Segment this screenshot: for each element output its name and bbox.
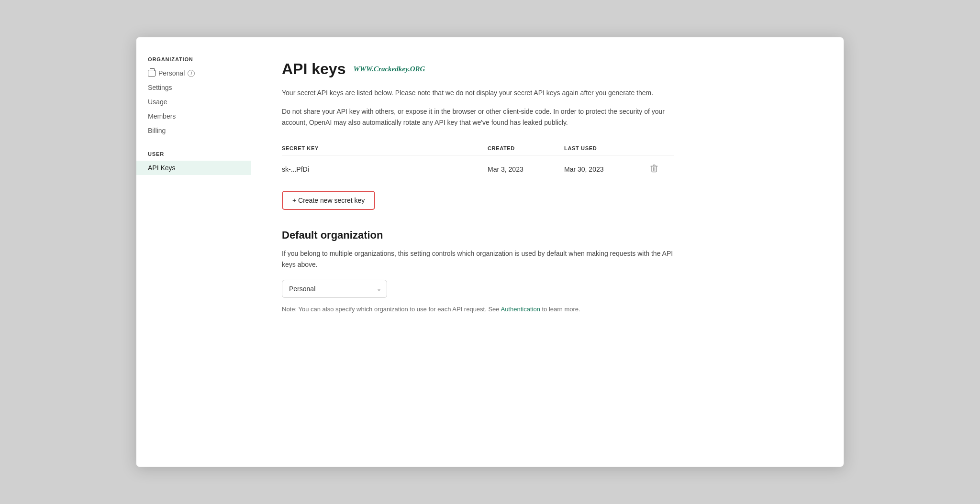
description-1: Your secret API keys are listed below. P… bbox=[282, 88, 674, 99]
user-section-label: USER bbox=[136, 151, 251, 161]
briefcase-icon bbox=[148, 70, 156, 77]
usage-label: Usage bbox=[148, 98, 167, 106]
sidebar-item-usage[interactable]: Usage bbox=[136, 95, 251, 109]
delete-icon[interactable] bbox=[650, 164, 658, 173]
main-content: API keys WWW.Crackedkey.ORG Your secret … bbox=[251, 37, 844, 467]
key-last-used: Mar 30, 2023 bbox=[564, 165, 650, 173]
sidebar-item-members[interactable]: Members bbox=[136, 109, 251, 123]
page-title-row: API keys WWW.Crackedkey.ORG bbox=[282, 60, 813, 78]
info-icon[interactable]: i bbox=[188, 70, 195, 77]
col-actions bbox=[650, 145, 674, 151]
table-header: SECRET KEY CREATED LAST USED bbox=[282, 142, 674, 155]
watermark-link[interactable]: WWW.Crackedkey.ORG bbox=[353, 65, 425, 73]
note-prefix: Note: You can also specify which organiz… bbox=[282, 306, 501, 313]
members-label: Members bbox=[148, 112, 176, 120]
billing-label: Billing bbox=[148, 127, 166, 134]
key-created: Mar 3, 2023 bbox=[488, 165, 564, 173]
col-created: CREATED bbox=[488, 145, 564, 151]
note-suffix: to learn more. bbox=[540, 306, 580, 313]
api-keys-table: SECRET KEY CREATED LAST USED sk-...PfDi … bbox=[282, 142, 674, 181]
note-text: Note: You can also specify which organiz… bbox=[282, 306, 674, 313]
sidebar-item-personal[interactable]: Personal i bbox=[136, 66, 251, 80]
default-org-desc: If you belong to multiple organizations,… bbox=[282, 248, 674, 270]
delete-cell bbox=[650, 164, 674, 174]
sidebar-item-api-keys[interactable]: API Keys bbox=[136, 161, 251, 175]
create-secret-key-button[interactable]: + Create new secret key bbox=[282, 191, 375, 210]
sidebar: ORGANIZATION Personal i Settings Usage M… bbox=[136, 37, 251, 467]
authentication-link[interactable]: Authentication bbox=[501, 306, 540, 313]
org-select-wrapper: Personal ⌄ bbox=[282, 280, 387, 298]
create-key-label: + Create new secret key bbox=[292, 197, 365, 204]
col-secret-key: SECRET KEY bbox=[282, 145, 488, 151]
org-section-label: ORGANIZATION bbox=[136, 56, 251, 66]
description-2: Do not share your API key with others, o… bbox=[282, 106, 674, 128]
sidebar-item-settings[interactable]: Settings bbox=[136, 80, 251, 95]
default-org-heading: Default organization bbox=[282, 229, 813, 241]
org-select[interactable]: Personal bbox=[282, 280, 387, 298]
table-row: sk-...PfDi Mar 3, 2023 Mar 30, 2023 bbox=[282, 157, 674, 181]
settings-label: Settings bbox=[148, 84, 172, 91]
sidebar-item-billing[interactable]: Billing bbox=[136, 123, 251, 138]
page-title: API keys bbox=[282, 60, 345, 78]
app-window: ORGANIZATION Personal i Settings Usage M… bbox=[136, 37, 844, 467]
key-value: sk-...PfDi bbox=[282, 165, 488, 173]
api-keys-label: API Keys bbox=[148, 164, 176, 172]
col-last-used: LAST USED bbox=[564, 145, 650, 151]
personal-label: Personal bbox=[158, 69, 185, 77]
